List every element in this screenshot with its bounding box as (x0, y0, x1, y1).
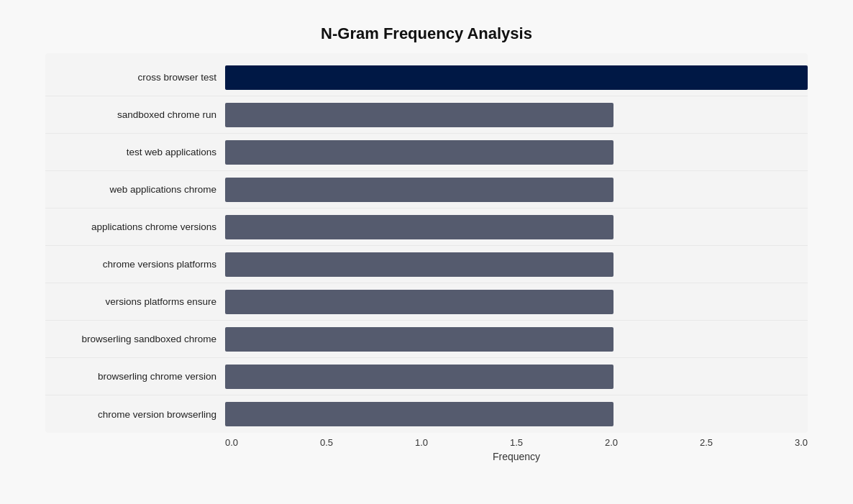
bar-row: browserling sandboxed chrome (45, 321, 808, 358)
x-tick: 1.5 (510, 437, 523, 448)
bar-track (225, 365, 808, 389)
bar-label: chrome versions platforms (45, 259, 225, 270)
x-tick: 0.0 (225, 437, 238, 448)
x-tick: 1.0 (415, 437, 428, 448)
bar-row: sandboxed chrome run (45, 96, 808, 134)
bar-label: cross browser test (45, 72, 225, 83)
x-axis-label: Frequency (225, 451, 808, 462)
bar-track (225, 252, 808, 277)
x-tick: 2.5 (700, 437, 713, 448)
bar-row: cross browser test (45, 59, 808, 96)
chart-title: N-Gram Frequency Analysis (45, 24, 808, 43)
bar-fill (225, 178, 613, 202)
bar-fill (225, 215, 613, 239)
bar-label: test web applications (45, 147, 225, 157)
bar-row: applications chrome versions (45, 209, 808, 246)
bar-fill (225, 402, 613, 426)
x-axis: 0.00.51.01.52.02.53.0 (225, 437, 808, 448)
bar-row: test web applications (45, 134, 808, 171)
bar-row: chrome version browserling (45, 395, 808, 433)
bar-track (225, 402, 808, 426)
chart-container: N-Gram Frequency Analysis cross browser … (31, 13, 822, 491)
bar-track (225, 65, 808, 90)
bar-label: versions platforms ensure (45, 296, 225, 307)
bar-track (225, 140, 808, 165)
bar-track (225, 178, 808, 202)
bar-row: chrome versions platforms (45, 246, 808, 283)
bar-fill (225, 103, 613, 127)
bar-fill (225, 290, 613, 314)
bar-track (225, 215, 808, 239)
bar-track (225, 103, 808, 127)
bar-fill (225, 327, 613, 352)
x-tick: 0.5 (320, 437, 333, 448)
bar-label: chrome version browserling (45, 409, 225, 420)
bar-fill (225, 65, 808, 90)
bar-label: browserling sandboxed chrome (45, 334, 225, 344)
bar-label: browserling chrome version (45, 371, 225, 382)
x-tick: 2.0 (605, 437, 618, 448)
x-tick: 3.0 (795, 437, 808, 448)
bar-row: browserling chrome version (45, 358, 808, 395)
bar-row: versions platforms ensure (45, 283, 808, 321)
bar-fill (225, 252, 613, 277)
bar-track (225, 327, 808, 352)
chart-area: cross browser testsandboxed chrome runte… (45, 53, 808, 433)
bar-label: web applications chrome (45, 184, 225, 195)
bar-label: applications chrome versions (45, 221, 225, 232)
bar-label: sandboxed chrome run (45, 109, 225, 120)
bar-fill (225, 365, 613, 389)
bar-fill (225, 140, 613, 165)
bar-track (225, 290, 808, 314)
x-axis-ticks: 0.00.51.01.52.02.53.0 (225, 437, 808, 448)
bar-row: web applications chrome (45, 171, 808, 209)
